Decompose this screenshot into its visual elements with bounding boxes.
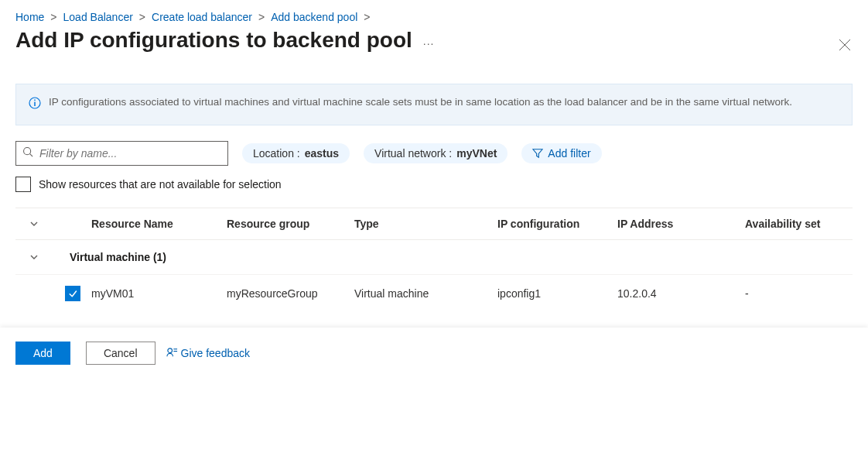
close-icon[interactable] <box>839 37 851 55</box>
feedback-label: Give feedback <box>181 347 251 359</box>
info-message: IP configurations associated to virtual … <box>49 95 839 114</box>
info-icon <box>29 97 41 114</box>
filter-search[interactable] <box>15 141 228 166</box>
page-title: Add IP configurations to backend pool <box>15 28 412 53</box>
header-collapse-toggle[interactable] <box>29 219 40 228</box>
header-resource-name[interactable]: Resource Name <box>91 218 227 230</box>
breadcrumb-item-load-balancer[interactable]: Load Balancer <box>63 11 133 23</box>
vnet-filter-prefix: Virtual network : <box>374 147 452 160</box>
row-checkbox[interactable] <box>65 286 80 301</box>
filter-input[interactable] <box>39 147 221 160</box>
header-resource-group[interactable]: Resource group <box>227 218 354 230</box>
filter-icon <box>532 148 543 159</box>
row-ip-configuration: ipconfig1 <box>497 287 617 300</box>
breadcrumb-separator: > <box>139 11 145 23</box>
vnet-filter-pill[interactable]: Virtual network : myVNet <box>364 143 507 163</box>
group-label: Virtual machine (1) <box>70 251 166 263</box>
search-icon <box>22 146 33 160</box>
header-ip-configuration[interactable]: IP configuration <box>497 218 617 230</box>
breadcrumb-item-home[interactable]: Home <box>15 11 44 23</box>
location-filter-prefix: Location : <box>253 147 300 160</box>
row-availability-set: - <box>745 287 853 300</box>
row-type: Virtual machine <box>354 287 497 300</box>
breadcrumb-separator: > <box>258 11 265 23</box>
header-type[interactable]: Type <box>354 218 497 230</box>
more-menu-icon[interactable]: ··· <box>423 37 435 50</box>
breadcrumb-item-add-backend-pool[interactable]: Add backend pool <box>271 11 357 23</box>
location-filter-pill[interactable]: Location : eastus <box>242 143 350 163</box>
table-row[interactable]: myVM01 myResourceGroup Virtual machine i… <box>15 274 853 312</box>
add-button[interactable]: Add <box>15 342 70 365</box>
row-resource-group: myResourceGroup <box>227 287 354 300</box>
row-ip-address: 10.2.0.4 <box>617 287 745 300</box>
group-collapse-toggle[interactable] <box>29 252 40 262</box>
svg-rect-4 <box>34 100 36 101</box>
svg-point-8 <box>167 348 172 353</box>
row-name: myVM01 <box>91 287 227 300</box>
breadcrumb-separator: > <box>50 11 56 23</box>
footer-action-bar: Add Cancel Give feedback <box>0 328 868 379</box>
breadcrumb-item-create-load-balancer[interactable]: Create load balancer <box>152 11 252 23</box>
filter-bar: Location : eastus Virtual network : myVN… <box>15 141 853 166</box>
header-availability-set[interactable]: Availability set <box>745 218 853 230</box>
add-filter-label: Add filter <box>548 147 590 160</box>
header-ip-address[interactable]: IP Address <box>617 218 745 230</box>
vnet-filter-value: myVNet <box>456 147 497 160</box>
cancel-button[interactable]: Cancel <box>86 342 155 365</box>
breadcrumb: Home > Load Balancer > Create load balan… <box>15 11 853 23</box>
svg-marker-7 <box>533 149 542 158</box>
breadcrumb-separator: > <box>364 11 370 23</box>
give-feedback-link[interactable]: Give feedback <box>166 346 251 360</box>
svg-rect-3 <box>34 102 36 107</box>
show-unavailable-checkbox[interactable] <box>15 177 31 192</box>
svg-point-5 <box>24 148 31 155</box>
location-filter-value: eastus <box>305 147 339 160</box>
info-banner: IP configurations associated to virtual … <box>15 84 853 125</box>
group-row-virtual-machine[interactable]: Virtual machine (1) <box>15 240 853 274</box>
table-header: Resource Name Resource group Type IP con… <box>15 208 853 240</box>
svg-line-6 <box>30 154 33 157</box>
feedback-icon <box>166 346 178 360</box>
add-filter-pill[interactable]: Add filter <box>521 143 601 163</box>
show-unavailable-label: Show resources that are not available fo… <box>39 178 282 191</box>
